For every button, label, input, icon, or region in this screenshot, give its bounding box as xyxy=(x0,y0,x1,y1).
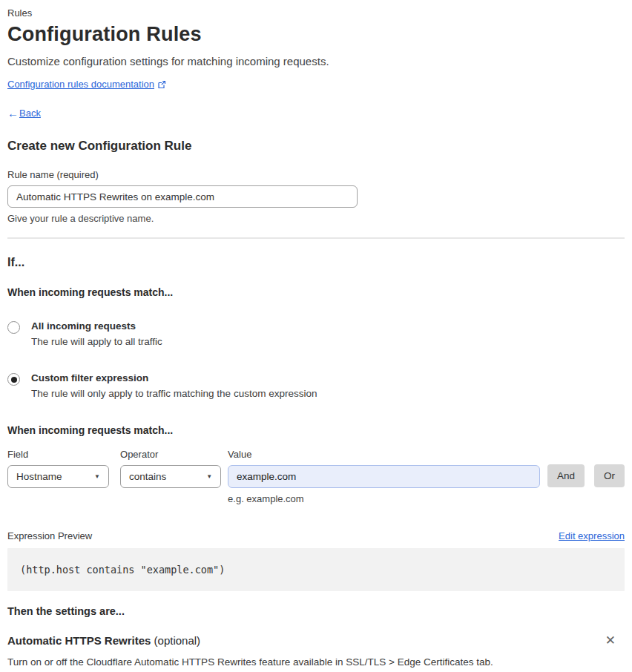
radio-button-selected[interactable] xyxy=(7,373,20,386)
edit-expression-link[interactable]: Edit expression xyxy=(559,530,625,541)
chevron-down-icon: ▼ xyxy=(206,473,212,480)
match-section-title: When incoming requests match... xyxy=(7,286,625,298)
back-arrow-icon: ← xyxy=(7,107,19,119)
or-button[interactable]: Or xyxy=(594,464,625,487)
page-subtitle: Customize configuration settings for mat… xyxy=(7,55,625,67)
back-link[interactable]: ← Back xyxy=(7,107,625,119)
radio-description: The rule will only apply to traffic matc… xyxy=(31,388,317,399)
section-divider xyxy=(7,237,625,239)
setting-title: Automatic HTTPS Rewrites (optional) xyxy=(7,634,200,647)
value-help: e.g. example.com xyxy=(228,493,540,504)
setting-description: Turn on or off the Cloudflare Automatic … xyxy=(7,656,625,668)
radio-button-unselected[interactable] xyxy=(7,321,20,334)
value-input[interactable] xyxy=(228,465,540,488)
chevron-down-icon: ▼ xyxy=(94,473,100,480)
operator-select-value: contains xyxy=(129,471,166,482)
field-select-value: Hostname xyxy=(16,471,62,482)
back-link-label: Back xyxy=(19,108,41,119)
field-column-label: Field xyxy=(7,449,109,460)
then-settings-title: Then the settings are... xyxy=(7,605,625,617)
field-select[interactable]: Hostname ▼ xyxy=(7,465,109,488)
value-column-label: Value xyxy=(228,449,540,460)
operator-column-label: Operator xyxy=(120,449,221,460)
page-title: Configuration Rules xyxy=(7,23,625,46)
builder-section-title: When incoming requests match... xyxy=(7,424,625,436)
create-rule-title: Create new Configuration Rule xyxy=(7,139,625,154)
breadcrumb: Rules xyxy=(7,7,625,19)
radio-label: Custom filter expression xyxy=(31,372,317,383)
documentation-link[interactable]: Configuration rules documentation xyxy=(7,79,154,90)
rule-name-input[interactable] xyxy=(7,185,358,208)
expression-preview-label: Expression Preview xyxy=(7,530,92,541)
radio-label: All incoming requests xyxy=(31,320,162,332)
configuration-rules-page: Rules Configuration Rules Customize conf… xyxy=(0,0,632,672)
radio-description: The rule will apply to all traffic xyxy=(31,336,162,347)
radio-all-incoming-requests[interactable]: All incoming requests The rule will appl… xyxy=(7,320,625,347)
radio-custom-filter-expression[interactable]: Custom filter expression The rule will o… xyxy=(7,372,625,399)
setting-name: Automatic HTTPS Rewrites xyxy=(7,634,151,647)
expression-preview-code: (http.host contains "example.com") xyxy=(7,548,625,591)
if-section-title: If... xyxy=(7,256,625,269)
operator-select[interactable]: contains ▼ xyxy=(120,465,221,488)
rule-name-label: Rule name (required) xyxy=(7,169,625,180)
rule-name-help: Give your rule a descriptive name. xyxy=(7,213,625,224)
close-icon[interactable]: ✕ xyxy=(605,634,616,647)
and-button[interactable]: And xyxy=(547,464,585,487)
external-link-icon xyxy=(157,80,166,89)
